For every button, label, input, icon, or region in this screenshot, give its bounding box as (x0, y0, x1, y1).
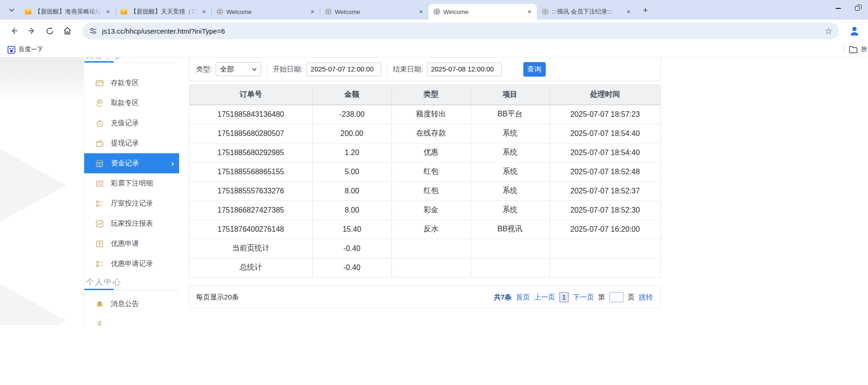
home-icon (63, 26, 72, 36)
bookmark-baidu[interactable]: 百度一下 (5, 44, 46, 55)
cell-type: 红包 (391, 162, 470, 181)
list-grid-icon (95, 260, 104, 268)
section-underline (84, 61, 179, 63)
tab-close-icon[interactable]: × (625, 8, 632, 15)
cell-type: 额度转出 (391, 105, 470, 124)
cell-type: 优惠 (391, 143, 470, 162)
browser-tab[interactable]: Welcome × (211, 4, 320, 20)
sidebar-item-label: 提现记录 (111, 139, 139, 148)
jump-page-input[interactable] (609, 292, 623, 302)
sidebar-item-label: 取款专区 (111, 99, 139, 107)
sidebar-item-label: 消息公告 (111, 299, 139, 308)
sidebar-menu-personal: 消息公告 (84, 294, 179, 325)
cell-amount: 15.40 (312, 220, 391, 239)
sidebar-item-withdraw-zone[interactable]: 取款专区 (84, 93, 179, 113)
sidebar-item-deposit-zone[interactable]: 存款专区 (84, 73, 179, 93)
cell-amount: 8.00 (312, 181, 391, 200)
sidebar-item-label: 资金记录 (111, 159, 139, 168)
next-page-link[interactable]: 下一页 (573, 293, 594, 302)
tab-close-icon[interactable]: × (417, 8, 425, 15)
cell-summary-label: 当前页统计 (189, 239, 312, 258)
svg-text:¥: ¥ (99, 122, 101, 125)
query-button[interactable]: 查询 (523, 62, 546, 77)
cell-time: 2025-07-07 18:52:30 (550, 200, 660, 220)
forward-button[interactable] (24, 23, 39, 38)
sidebar-item-withdrawal-record[interactable]: 提现记录 (84, 133, 179, 153)
folder-icon (849, 46, 858, 53)
page-content: 财务中心 存款专区 取款专区 ¥ 充值记录 提现记录 资金记录 (0, 57, 868, 325)
cell-amount: 8.00 (312, 200, 391, 220)
current-page-badge[interactable]: 1 (559, 292, 569, 302)
avatar-icon (848, 25, 861, 37)
cell-order-id: 1751885557633276 (189, 181, 312, 200)
sidebar-item-promo-apply[interactable]: 优惠申请 (84, 234, 179, 254)
bookmarks-overflow: 所 (844, 42, 868, 57)
jump-button[interactable]: 跳转 (639, 293, 653, 302)
browser-tab[interactable]: 【新提醒】海燕策略论坛综 × (20, 4, 116, 20)
type-select[interactable]: 全部 (216, 62, 261, 76)
cell-project: 系统 (470, 200, 550, 220)
cell-time: 2025-07-07 16:20:00 (550, 220, 660, 239)
cell-time: 2025-07-07 18:54:40 (550, 143, 660, 162)
tab-title: 【新提醒】天天竞猜（7月 (130, 7, 197, 16)
prev-page-link[interactable]: 上一页 (534, 293, 555, 302)
col-time: 处理时间 (550, 85, 660, 105)
chevron-down-icon (252, 68, 257, 71)
start-date-input[interactable] (306, 63, 381, 76)
window-minimize-button[interactable] (836, 8, 841, 9)
browser-tab[interactable]: 【新提醒】天天竞猜（7月 × (116, 4, 211, 20)
sidebar-item-hall-bet-record[interactable]: 厅室投注记录 (84, 193, 179, 214)
browser-tab-active[interactable]: Welcome × (428, 4, 537, 20)
first-page-link[interactable]: 首页 (516, 293, 530, 302)
cell-project: 系统 (470, 143, 550, 162)
cash-icon (95, 159, 104, 168)
cell-project: BB视讯 (470, 220, 550, 239)
bookmarks-divider (844, 45, 844, 54)
sidebar-item-lottery-bet-detail[interactable]: 彩票下注明细 (84, 173, 179, 193)
reload-button[interactable] (42, 23, 57, 38)
all-bookmarks-label: 所 (861, 45, 867, 54)
cell-time: 2025-07-07 18:52:48 (550, 162, 660, 181)
decorative-triangle (0, 276, 66, 325)
site-settings-icon (89, 27, 97, 35)
tab-close-icon[interactable]: × (526, 8, 533, 15)
window-restore-button[interactable] (855, 6, 860, 11)
profile-icon (95, 320, 104, 326)
tab-close-icon[interactable]: × (309, 8, 316, 15)
sidebar-item-recharge-record[interactable]: ¥ 充值记录 (84, 113, 179, 133)
url-text[interactable]: js13.cc/hhcp/usercenter.html?iniType=6 (102, 27, 821, 35)
tab-search-button[interactable] (4, 3, 20, 17)
browser-tab[interactable]: Welcome × (320, 4, 428, 20)
bell-icon (95, 300, 104, 308)
back-button[interactable] (7, 23, 22, 38)
sidebar-item-partial[interactable] (84, 314, 179, 325)
tab-close-icon[interactable]: × (104, 8, 112, 15)
cell-type: 在线存款 (391, 124, 470, 143)
wallet-icon (95, 139, 104, 148)
profile-button[interactable] (846, 23, 862, 39)
browser-tab[interactable]: :::视讯 会员下注纪录::: × (537, 4, 636, 20)
cell-time: 2025-07-07 18:57:23 (550, 105, 660, 124)
new-tab-button[interactable]: + (639, 4, 652, 17)
home-button[interactable] (60, 23, 75, 38)
tab-close-icon[interactable]: × (200, 8, 208, 15)
table-summary-row-page: 当前页统计-0.40 (189, 239, 660, 258)
bookmark-star-icon[interactable]: ☆ (825, 26, 832, 36)
sidebar-item-funds-record[interactable]: 资金记录 › (84, 153, 179, 173)
filter-bar: 类型: 全部 开始日期: 结束日期: 查询 (189, 57, 661, 81)
mail-favicon-icon (120, 8, 128, 15)
hand-money-icon (95, 99, 104, 107)
section-title: 财务中心 (84, 57, 179, 60)
cell-project: 系统 (470, 162, 550, 181)
list-icon (95, 179, 104, 188)
sidebar-item-promo-apply-record[interactable]: 优惠申请记录 (84, 254, 179, 274)
baidu-favicon-icon (7, 46, 15, 54)
money-bag-icon: ¥ (95, 119, 104, 128)
table-row: 17518856802929851.20优惠系统2025-07-07 18:54… (189, 143, 660, 162)
end-date-input[interactable] (427, 63, 502, 76)
all-bookmarks-button[interactable]: 所 (849, 45, 867, 54)
sidebar-item-player-bet-report[interactable]: 玩家投注报表 (84, 214, 179, 234)
sidebar-item-messages[interactable]: 消息公告 (84, 294, 179, 314)
address-bar[interactable]: js13.cc/hhcp/usercenter.html?iniType=6 ☆ (82, 23, 839, 39)
globe-favicon-icon (216, 8, 224, 15)
